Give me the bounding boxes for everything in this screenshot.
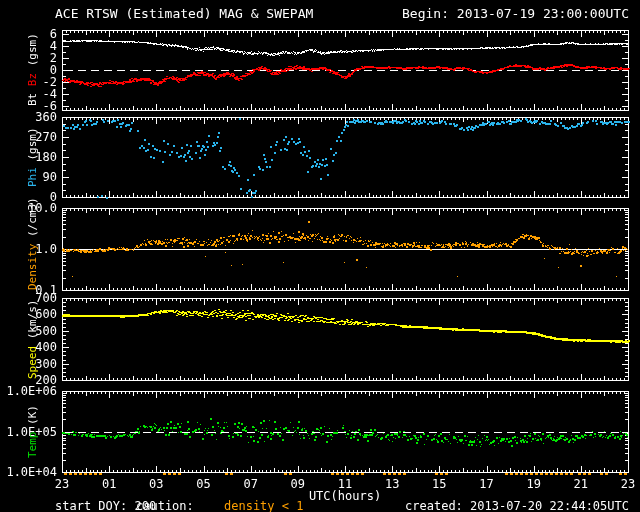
x-tick-label: 13: [378, 477, 406, 491]
y-axis-title-part: Temp: [26, 432, 39, 459]
x-tick-label: 11: [331, 477, 359, 491]
x-tick-label: 01: [95, 477, 123, 491]
y-axis-title-speed: Speed (km/s): [26, 298, 42, 380]
x-tick-label: 23: [48, 477, 76, 491]
y-axis-title-part: Phi: [26, 167, 39, 187]
x-tick-label: 17: [473, 477, 501, 491]
x-tick-label: 07: [237, 477, 265, 491]
y-axis-title-temp: Temp (K): [26, 391, 42, 472]
ace-rtsw-swepam-plot: ACE RTSW (Estimated) MAG & SWEPAM Begin:…: [0, 0, 640, 512]
y-axis-title-part: Density: [26, 244, 39, 290]
y-axis-title-part: Bt: [26, 93, 39, 106]
footer-created-timestamp: created: 2013-07-20 22:44:05UTC: [405, 499, 629, 512]
y-axis-title-part: (gsm): [26, 34, 39, 74]
y-axis-title-part: Speed: [26, 346, 39, 379]
y-axis-title-phi: Phi (gsm): [26, 117, 42, 197]
x-tick-label: 09: [284, 477, 312, 491]
y-axis-title-part: (/cm3): [26, 197, 39, 243]
x-tick-label: 23: [614, 477, 640, 491]
plot-canvas: [0, 0, 640, 512]
x-tick-label: 05: [190, 477, 218, 491]
y-axis-title-part: (km/s): [26, 299, 39, 345]
y-axis-title-mag: Bt Bz (gsm): [26, 30, 42, 110]
x-tick-label: 15: [425, 477, 453, 491]
begin-timestamp: Begin: 2013-07-19 23:00:00UTC: [402, 6, 629, 21]
footer-caution-label: caution:: [136, 499, 194, 512]
footer-caution-value: density < 1: [224, 499, 303, 512]
y-axis-title-part: (K): [26, 405, 39, 432]
x-tick-label: 19: [520, 477, 548, 491]
y-axis-title-part: (gsm): [26, 127, 39, 167]
y-axis-title-density: Density (/cm3): [26, 208, 42, 290]
x-tick-label: 21: [567, 477, 595, 491]
y-axis-title-part: Bz: [26, 73, 39, 93]
plot-title: ACE RTSW (Estimated) MAG & SWEPAM: [55, 6, 313, 21]
x-tick-label: 03: [142, 477, 170, 491]
